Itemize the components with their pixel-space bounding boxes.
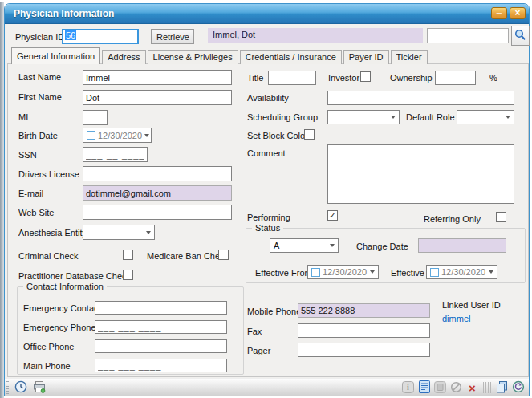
sync-button[interactable] xyxy=(511,381,525,395)
notes-button[interactable] xyxy=(417,381,431,395)
ssn-input[interactable] xyxy=(83,147,148,162)
toolbar-separator xyxy=(483,382,491,393)
criminal-check-checkbox[interactable] xyxy=(123,250,133,260)
screen: Physician Information ─ × Physician ID 5… xyxy=(0,0,532,398)
info-icon: i xyxy=(402,381,414,395)
emergency-phone-input[interactable] xyxy=(95,320,227,334)
effective-to-checkbox[interactable] xyxy=(430,268,439,277)
toolbar-grip[interactable] xyxy=(6,381,9,394)
first-name-input[interactable] xyxy=(83,90,232,105)
tab-license-privileges[interactable]: License & Privileges xyxy=(148,50,238,64)
set-block-color-checkbox[interactable] xyxy=(304,129,315,140)
email-input[interactable] xyxy=(83,185,232,201)
main-phone-input[interactable] xyxy=(95,359,227,372)
effective-from-checkbox[interactable] xyxy=(311,268,320,277)
tab-credentials-insurance[interactable]: Credentials / Insurance xyxy=(240,50,342,64)
mi-input[interactable] xyxy=(83,110,108,125)
effective-from-label: Effective From xyxy=(255,268,312,278)
medicare-ban-check-checkbox[interactable] xyxy=(218,250,229,260)
emergency-contact-label: Emergency Contact xyxy=(23,303,101,313)
default-role-select[interactable] xyxy=(457,110,514,124)
anesthesia-entity-label: Anesthesia Entity xyxy=(18,228,87,238)
svg-text:i: i xyxy=(407,383,409,392)
web-site-input[interactable] xyxy=(83,205,232,220)
birth-date-picker[interactable]: 12/30/2020 xyxy=(83,128,152,143)
chevron-down-icon xyxy=(144,134,149,137)
status-value: A xyxy=(274,241,279,250)
linked-user-id-label: Linked User ID xyxy=(442,300,501,310)
ownership-label: Ownership xyxy=(390,73,433,83)
tab-address[interactable]: Address xyxy=(102,50,145,64)
tab-tickler[interactable]: Tickler xyxy=(391,50,428,64)
referring-only-label: Referring Only xyxy=(424,214,481,224)
email-label: E-mail xyxy=(18,189,43,198)
status-bar-left xyxy=(6,380,46,395)
tab-payer-id[interactable]: Payer ID xyxy=(343,50,389,64)
status-bar: i × xyxy=(5,378,529,396)
tab-general-information[interactable]: General Information xyxy=(11,47,100,64)
fax-input[interactable] xyxy=(298,323,430,338)
availability-label: Availability xyxy=(247,93,289,103)
percent-label: % xyxy=(489,73,497,83)
investor-checkbox[interactable] xyxy=(360,71,371,82)
ownership-input[interactable] xyxy=(435,71,476,85)
ssn-label: SSN xyxy=(18,150,37,160)
clipboard-icon xyxy=(434,381,446,395)
sync-icon xyxy=(512,380,525,395)
performing-checkbox[interactable]: ✓ xyxy=(327,210,338,221)
delete-button[interactable]: × xyxy=(465,381,479,395)
status-select[interactable]: A xyxy=(270,238,339,253)
clipboard-button[interactable] xyxy=(433,381,447,395)
mi-label: MI xyxy=(18,112,28,122)
set-block-color-label: Set Block Color? xyxy=(247,131,313,140)
mobile-phone-input[interactable] xyxy=(298,303,430,318)
effective-to-value: 12/30/2020 xyxy=(441,267,485,277)
contact-information-title: Contact Information xyxy=(23,282,107,291)
effective-to-picker[interactable]: 12/30/2020 xyxy=(426,265,497,279)
title-label: Title xyxy=(247,73,263,83)
last-name-label: Last Name xyxy=(18,72,61,82)
delete-icon: × xyxy=(469,382,476,394)
pager-input[interactable] xyxy=(298,343,430,357)
block-button[interactable] xyxy=(449,381,463,395)
effective-from-picker[interactable]: 12/30/2020 xyxy=(307,265,379,279)
printer-icon xyxy=(33,380,46,395)
office-phone-input[interactable] xyxy=(95,339,227,353)
chevron-down-icon xyxy=(146,231,151,234)
emergency-phone-label: Emergency Phone xyxy=(23,323,96,332)
chevron-down-icon xyxy=(391,116,396,119)
copy-button[interactable] xyxy=(495,381,509,395)
practitioner-database-check-label: Practitioner Database Check xyxy=(18,271,131,281)
change-date-input[interactable] xyxy=(418,238,506,253)
print-button[interactable] xyxy=(32,381,46,395)
birth-date-checkbox[interactable] xyxy=(87,131,95,140)
chevron-down-icon xyxy=(370,270,375,274)
mobile-phone-label: Mobile Phone xyxy=(247,307,301,316)
linked-user-id-link[interactable]: dimmel xyxy=(442,314,470,323)
default-role-label: Default Role xyxy=(406,112,455,122)
title-input[interactable] xyxy=(268,71,316,85)
first-name-label: First Name xyxy=(18,92,62,102)
drivers-license-input[interactable] xyxy=(83,166,232,181)
criminal-check-label: Criminal Check xyxy=(18,251,79,261)
scheduling-group-label: Scheduling Group xyxy=(247,112,318,122)
last-name-input[interactable] xyxy=(83,70,232,85)
history-button[interactable] xyxy=(14,381,27,395)
practitioner-database-check-checkbox[interactable] xyxy=(123,270,133,280)
referring-only-checkbox[interactable] xyxy=(496,212,506,222)
scheduling-group-select[interactable] xyxy=(327,110,400,124)
comment-textarea[interactable] xyxy=(327,144,514,204)
drivers-license-label: Drivers License xyxy=(18,169,79,179)
medicare-ban-check-label: Medicare Ban Check xyxy=(147,251,229,261)
birth-date-value: 12/30/2020 xyxy=(98,131,142,140)
web-site-label: Web Site xyxy=(18,208,54,217)
effective-from-value: 12/30/2020 xyxy=(323,267,367,277)
emergency-contact-input[interactable] xyxy=(95,301,227,315)
anesthesia-entity-select[interactable] xyxy=(83,225,155,240)
info-button[interactable]: i xyxy=(401,381,415,395)
investor-label: Investor xyxy=(328,73,359,83)
birth-date-label: Birth Date xyxy=(18,131,58,140)
fax-label: Fax xyxy=(247,327,262,336)
comment-label: Comment xyxy=(247,148,286,158)
availability-input[interactable] xyxy=(327,91,514,105)
